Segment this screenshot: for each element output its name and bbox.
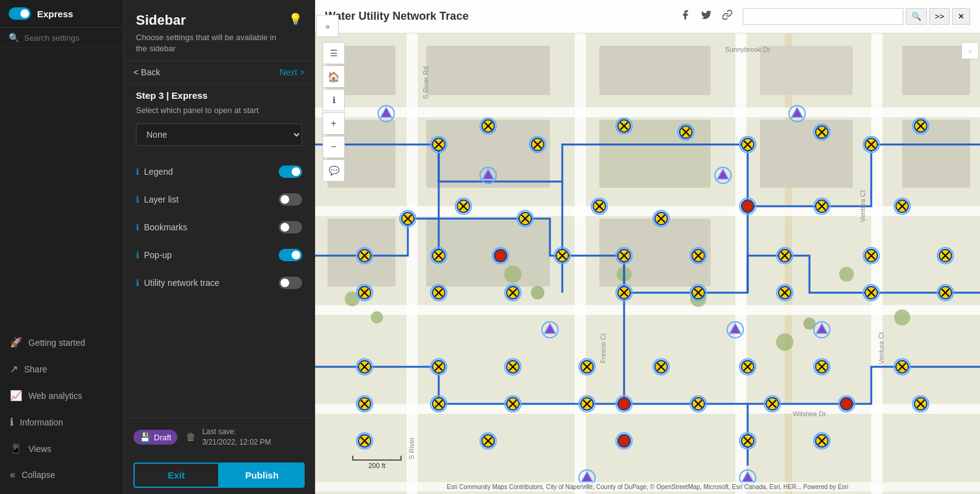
sidebar-item-getting-started[interactable]: 🚀 Getting started bbox=[0, 329, 123, 356]
svg-text:Sunnybrook Dr: Sunnybrook Dr bbox=[725, 46, 771, 53]
toggle-list: ℹ Legend ℹ Layer list ℹ Bookmarks ℹ bbox=[124, 158, 315, 417]
sidebar-item-share[interactable]: ↗ Share bbox=[0, 356, 123, 382]
panel-header: Sidebar Choose settings that will be ava… bbox=[124, 0, 315, 61]
map-attribution: Esri Community Maps Contributors, City o… bbox=[315, 482, 980, 492]
nav-item-label: Getting started bbox=[28, 338, 85, 348]
views-icon: 📱 bbox=[10, 443, 22, 454]
sidebar-item-views[interactable]: 📱 Views bbox=[0, 435, 123, 462]
bookmarks-toggle[interactable] bbox=[279, 221, 302, 233]
svg-text:S River Rd: S River Rd bbox=[422, 66, 429, 99]
utility-info-icon[interactable]: ℹ bbox=[136, 278, 139, 288]
map-area: Water Utility Network Trace 🔍 >> ✕ bbox=[315, 0, 980, 494]
next-button[interactable]: Next > bbox=[279, 67, 305, 77]
svg-point-32 bbox=[894, 309, 910, 325]
map-expand-button[interactable]: » bbox=[961, 42, 979, 59]
map-expand-search-button[interactable]: >> bbox=[929, 8, 950, 25]
app-title: Express bbox=[37, 9, 73, 19]
svg-rect-22 bbox=[902, 120, 970, 188]
scale-bar: 200 ft bbox=[352, 456, 402, 469]
toggle-row-bookmarks: ℹ Bookmarks bbox=[136, 214, 302, 241]
search-input[interactable] bbox=[24, 33, 128, 43]
map-title: Water Utility Network Trace bbox=[325, 10, 468, 23]
svg-rect-19 bbox=[760, 46, 853, 95]
svg-rect-15 bbox=[426, 219, 550, 287]
toggle-row-popup: ℹ Pop-up bbox=[136, 241, 302, 269]
search-bar: 🔍 bbox=[0, 28, 123, 48]
svg-text:S River: S River bbox=[408, 437, 415, 459]
left-nav: Express 🔍 🚀 Getting started ↗ Share 📈 We… bbox=[0, 0, 124, 494]
map-search-input[interactable] bbox=[743, 8, 903, 25]
sidebar-collapse-button[interactable]: » bbox=[316, 15, 339, 37]
svg-point-26 bbox=[531, 286, 544, 299]
svg-rect-3 bbox=[735, 33, 746, 494]
chat-button[interactable]: 💬 bbox=[323, 159, 345, 182]
map-background: S River Rd Sunnybrook Dr Ventura Ct Vent… bbox=[315, 33, 980, 494]
svg-point-31 bbox=[839, 267, 854, 282]
delete-icon[interactable]: 🗑 bbox=[186, 432, 196, 443]
utility-label: Utility network trace bbox=[144, 278, 219, 288]
svg-text:Ventura Ct: Ventura Ct bbox=[859, 190, 866, 222]
svg-text:Fresno Ct: Fresno Ct bbox=[599, 333, 607, 363]
map-header: Water Utility Network Trace 🔍 >> ✕ bbox=[315, 0, 980, 33]
hint-icon[interactable]: 💡 bbox=[289, 12, 302, 26]
nav-item-label: Views bbox=[28, 444, 51, 454]
sidebar-expand-area: » bbox=[316, 15, 339, 37]
collapse-icon: « bbox=[10, 469, 15, 480]
home-button[interactable]: 🏠 bbox=[323, 65, 345, 88]
app-header: Express bbox=[0, 0, 123, 28]
web-analytics-icon: 📈 bbox=[10, 390, 22, 401]
express-toggle[interactable] bbox=[9, 7, 31, 20]
search-icon: 🔍 bbox=[9, 33, 19, 43]
svg-point-29 bbox=[776, 333, 793, 351]
map-tools: ☰ 🏠 ℹ + − 💬 bbox=[323, 42, 345, 182]
start-panel-select[interactable]: None Legend Layer list Bookmarks Pop-up … bbox=[136, 124, 302, 146]
map-close-button[interactable]: ✕ bbox=[952, 8, 970, 25]
layers-button[interactable]: ☰ bbox=[323, 42, 345, 64]
map-search-button[interactable]: 🔍 bbox=[906, 8, 927, 25]
utility-toggle[interactable] bbox=[279, 277, 302, 289]
toggle-row-legend: ℹ Legend bbox=[136, 158, 302, 186]
middle-panel: Sidebar Choose settings that will be ava… bbox=[124, 0, 315, 494]
svg-point-220 bbox=[618, 398, 630, 410]
scale-line bbox=[352, 456, 402, 461]
svg-rect-21 bbox=[902, 46, 970, 95]
svg-point-24 bbox=[371, 311, 383, 324]
legend-toggle[interactable] bbox=[279, 165, 302, 178]
disc-icon: 💾 bbox=[140, 432, 150, 442]
back-button[interactable]: < Back bbox=[133, 67, 160, 77]
publish-button[interactable]: Publish bbox=[219, 463, 305, 488]
getting-started-icon: 🚀 bbox=[10, 337, 22, 348]
share-icon: ↗ bbox=[10, 363, 18, 375]
footer-actions: Exit Publish bbox=[124, 456, 315, 494]
svg-rect-1 bbox=[407, 33, 418, 494]
svg-point-23 bbox=[345, 291, 360, 306]
twitter-icon[interactable] bbox=[701, 9, 712, 23]
draft-label: Draft bbox=[154, 433, 171, 442]
sidebar-item-information[interactable]: ℹ Information bbox=[0, 409, 123, 435]
toggle-row-utility: ℹ Utility network trace bbox=[136, 269, 302, 297]
popup-info-icon[interactable]: ℹ bbox=[136, 250, 139, 260]
legend-label: Legend bbox=[144, 167, 173, 177]
nav-item-label: Collapse bbox=[22, 470, 55, 480]
layer-list-info-icon[interactable]: ℹ bbox=[136, 195, 139, 204]
bookmarks-info-icon[interactable]: ℹ bbox=[136, 222, 139, 232]
map-header-icons: 🔍 >> ✕ bbox=[680, 8, 970, 25]
sidebar-item-collapse[interactable]: « Collapse bbox=[0, 462, 123, 488]
svg-rect-16 bbox=[599, 46, 711, 95]
svg-point-25 bbox=[504, 266, 522, 283]
svg-text:Wilshire Dr: Wilshire Dr bbox=[793, 410, 826, 417]
zoom-out-button[interactable]: − bbox=[323, 136, 345, 158]
exit-button[interactable]: Exit bbox=[133, 463, 219, 488]
last-save-label: Last save: bbox=[202, 427, 236, 436]
panel-footer: 💾 Draft 🗑 Last save: 3/21/2022, 12:02 PM bbox=[124, 417, 315, 456]
layer-list-toggle[interactable] bbox=[279, 193, 302, 206]
info-button[interactable]: ℹ bbox=[323, 89, 345, 111]
popup-toggle[interactable] bbox=[279, 249, 302, 261]
draft-badge[interactable]: 💾 Draft bbox=[133, 430, 177, 445]
sidebar-item-web-analytics[interactable]: 📈 Web analytics bbox=[0, 382, 123, 409]
svg-rect-6 bbox=[315, 107, 980, 117]
zoom-in-button[interactable]: + bbox=[323, 112, 345, 135]
legend-info-icon[interactable]: ℹ bbox=[136, 167, 139, 177]
link-icon[interactable] bbox=[722, 9, 733, 23]
facebook-icon[interactable] bbox=[680, 9, 691, 23]
